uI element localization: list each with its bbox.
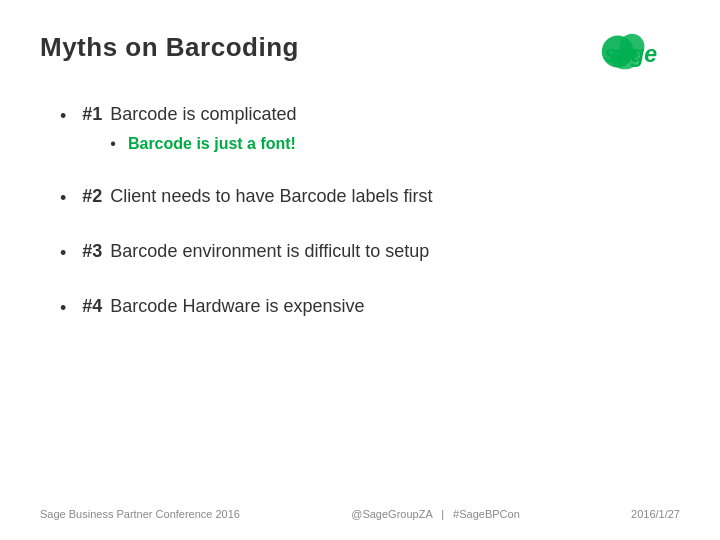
bullet-dot-1: • xyxy=(60,104,66,129)
slide: Myths on Barcoding sage • #1Barcode is c… xyxy=(0,0,720,540)
header: Myths on Barcoding sage xyxy=(40,32,680,72)
myth-number-1: #1 xyxy=(82,104,102,124)
sub-text-1: Barcode is just a font! xyxy=(128,133,296,155)
sub-bullet-1: • Barcode is just a font! xyxy=(110,133,296,155)
bullet-item-myth2: • #2Client needs to have Barcode labels … xyxy=(60,184,680,211)
myth-number-2: #2 xyxy=(82,186,102,206)
sage-logo: sage xyxy=(600,32,680,72)
bullet-dot-4: • xyxy=(60,296,66,321)
footer-twitter: @SageGroupZA xyxy=(351,508,432,520)
footer: Sage Business Partner Conference 2016 @S… xyxy=(40,508,680,520)
svg-text:sage: sage xyxy=(604,41,657,67)
myth-number-4: #4 xyxy=(82,296,102,316)
bullet-item-myth4: • #4Barcode Hardware is expensive xyxy=(60,294,680,321)
footer-date: 2016/1/27 xyxy=(631,508,680,520)
myth-number-3: #3 xyxy=(82,241,102,261)
bullet-dot-3: • xyxy=(60,241,66,266)
footer-conference-name: Sage Business Partner Conference 2016 xyxy=(40,508,240,520)
sub-dot-1: • xyxy=(110,135,116,153)
page-title: Myths on Barcoding xyxy=(40,32,299,63)
bullet-text-2: #2Client needs to have Barcode labels fi… xyxy=(82,184,432,209)
bullet-item-myth3: • #3Barcode environment is difficult to … xyxy=(60,239,680,266)
bullet-item-myth1: • #1Barcode is complicated • Barcode is … xyxy=(60,102,680,156)
bullet-content-1: #1Barcode is complicated • Barcode is ju… xyxy=(82,102,296,156)
footer-social: @SageGroupZA | #SageBPCon xyxy=(351,508,520,520)
footer-hashtag: #SageBPCon xyxy=(453,508,520,520)
bullet-text-3: #3Barcode environment is difficult to se… xyxy=(82,239,429,264)
content-area: • #1Barcode is complicated • Barcode is … xyxy=(40,102,680,321)
footer-sep: | xyxy=(441,508,444,520)
bullet-text-1: #1Barcode is complicated xyxy=(82,104,296,124)
bullet-dot-2: • xyxy=(60,186,66,211)
bullet-text-4: #4Barcode Hardware is expensive xyxy=(82,294,364,319)
